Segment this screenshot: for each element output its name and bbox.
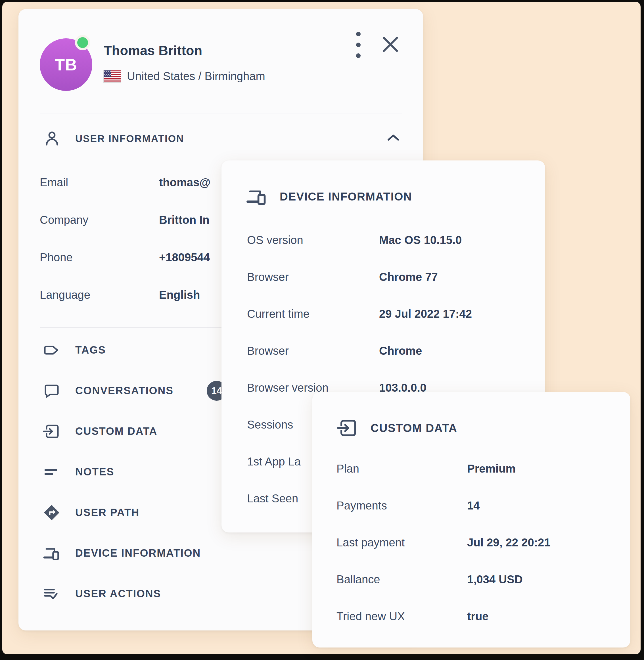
row-value: 1,034 USD [467, 573, 523, 586]
us-flag-icon [104, 70, 121, 82]
row-label: 1st App La [247, 455, 301, 468]
avatar: TB [40, 38, 92, 91]
tag-icon [43, 341, 61, 359]
close-icon [380, 34, 401, 55]
row-label: Payments [337, 499, 387, 512]
custom-data-rows: Plan Premium Payments 14 Last payment Ju… [312, 450, 630, 635]
more-options-button[interactable] [346, 31, 371, 59]
card-title: DEVICE INFORMATION [280, 190, 412, 203]
row-value: thomas@ [159, 176, 210, 189]
device-row-current-time: Current time 29 Jul 2022 17:42 [222, 295, 545, 332]
custom-row-plan: Plan Premium [312, 450, 630, 487]
menu-item-label: USER PATH [75, 507, 139, 519]
row-label: Browser [247, 271, 289, 283]
row-label: Browser version [247, 381, 328, 394]
row-label: Email [40, 176, 68, 189]
row-label: Sessions [247, 418, 293, 431]
user-actions-icon [43, 585, 61, 603]
row-value: Premium [467, 462, 516, 475]
menu-item-label: TAGS [75, 344, 106, 356]
custom-row-last-payment: Last payment Jul 29, 22 20:21 [312, 524, 630, 561]
row-label: Current time [247, 308, 309, 320]
row-label: Tried new UX [337, 610, 405, 623]
kebab-menu-icon [355, 31, 361, 59]
device-information-header: DEVICE INFORMATION [222, 185, 545, 208]
online-status-dot [77, 37, 88, 48]
device-row-browser: Browser Chrome 77 [222, 258, 545, 295]
row-label: Last Seen [247, 492, 298, 505]
row-value: 29 Jul 2022 17:42 [379, 308, 472, 320]
row-label: Phone [40, 251, 73, 264]
menu-item-label: DEVICE INFORMATION [75, 547, 201, 559]
section-title: USER INFORMATION [75, 133, 184, 144]
card-title: CUSTOM DATA [371, 422, 457, 434]
row-value: Britton In [159, 213, 210, 226]
row-value: +1809544 [159, 251, 210, 264]
row-value: Chrome [379, 344, 422, 357]
row-value: 14 [467, 499, 480, 512]
row-label: Plan [337, 462, 359, 475]
user-name: Thomas Britton [104, 43, 202, 58]
custom-data-header: CUSTOM DATA [312, 417, 630, 439]
user-path-icon [43, 503, 61, 522]
custom-row-payments: Payments 14 [312, 487, 630, 524]
user-icon [43, 129, 61, 149]
row-label: Language [40, 289, 90, 301]
avatar-initials: TB [55, 55, 77, 74]
row-value: Chrome 77 [379, 271, 438, 283]
device-row-browser-2: Browser Chrome [222, 332, 545, 369]
row-label: Ballance [337, 573, 380, 586]
divider [40, 114, 402, 114]
close-button[interactable] [377, 31, 404, 58]
custom-row-ballance: Ballance 1,034 USD [312, 561, 630, 598]
devices-icon [246, 185, 268, 209]
online-status-ring [75, 35, 90, 50]
menu-item-label: CUSTOM DATA [75, 426, 157, 437]
custom-data-card: CUSTOM DATA Plan Premium Payments 14 Las… [312, 392, 630, 647]
devices-icon [43, 544, 61, 562]
row-label: Browser [247, 344, 289, 357]
user-location: United States / Birmingham [127, 70, 265, 83]
menu-item-label: CONVERSATIONS [75, 385, 174, 397]
row-label: OS version [247, 234, 303, 247]
sign-in-icon [337, 417, 359, 440]
menu-item-label: NOTES [75, 466, 114, 478]
sign-in-icon [43, 422, 61, 440]
notes-icon [43, 463, 61, 481]
chat-bubble-icon [43, 382, 61, 400]
custom-row-tried-new-ux: Tried new UX true [312, 598, 630, 635]
section-user-information[interactable]: USER INFORMATION [19, 129, 423, 148]
menu-item-label: USER ACTIONS [75, 588, 161, 600]
chevron-up-icon[interactable] [387, 133, 400, 143]
row-value: Mac OS 10.15.0 [379, 234, 462, 247]
user-location-row: United States / Birmingham [104, 70, 265, 83]
device-row-os-version: OS version Mac OS 10.15.0 [222, 222, 545, 258]
row-value: true [467, 610, 489, 623]
row-label: Company [40, 213, 88, 226]
row-label: Last payment [337, 536, 405, 549]
row-value: English [159, 289, 200, 301]
row-value: Jul 29, 22 20:21 [467, 536, 551, 549]
